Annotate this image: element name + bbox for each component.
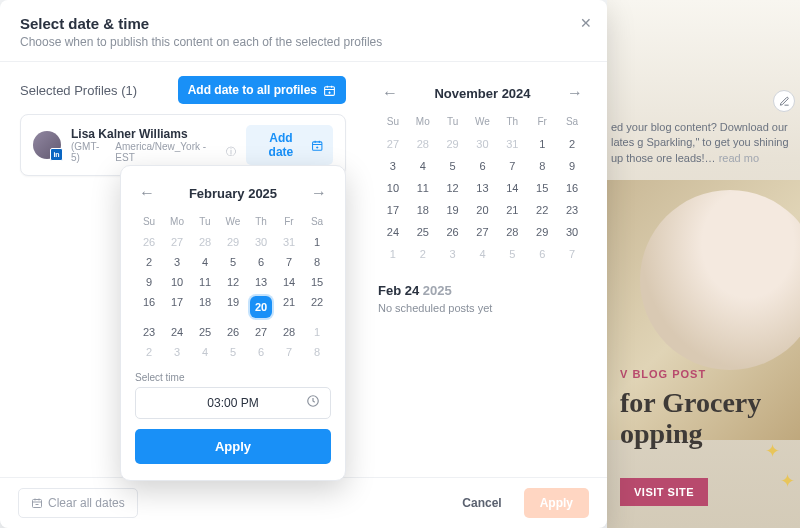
picker-day[interactable]: 10 [163,272,191,292]
calendar-day[interactable]: 16 [557,177,587,199]
calendar-day[interactable]: 11 [408,177,438,199]
picker-day[interactable]: 4 [191,342,219,362]
calendar-day[interactable]: 18 [408,199,438,221]
calendar-day[interactable]: 3 [438,243,468,265]
picker-day[interactable]: 20 [247,292,275,322]
info-icon[interactable]: ⓘ [226,145,236,159]
picker-day[interactable]: 24 [163,322,191,342]
calendar-day[interactable]: 28 [408,133,438,155]
picker-day[interactable]: 22 [303,292,331,322]
calendar-day[interactable]: 29 [438,133,468,155]
picker-day[interactable]: 28 [191,232,219,252]
picker-day[interactable]: 21 [275,292,303,322]
picker-day[interactable]: 9 [135,272,163,292]
picker-day[interactable]: 7 [275,342,303,362]
calendar-day[interactable]: 3 [378,155,408,177]
picker-day[interactable]: 30 [247,232,275,252]
calendar-day[interactable]: 6 [527,243,557,265]
calendar-day[interactable]: 10 [378,177,408,199]
calendar-day[interactable]: 12 [438,177,468,199]
picker-day[interactable]: 26 [219,322,247,342]
picker-day[interactable]: 4 [191,252,219,272]
picker-day[interactable]: 14 [275,272,303,292]
calendar-day[interactable]: 13 [468,177,498,199]
picker-next-month[interactable]: → [307,180,331,206]
picker-day[interactable]: 17 [163,292,191,322]
clear-all-dates-button[interactable]: Clear all dates [18,488,138,518]
cancel-button[interactable]: Cancel [448,488,515,518]
picker-day[interactable]: 28 [275,322,303,342]
picker-day[interactable]: 25 [191,322,219,342]
calendar-day[interactable]: 9 [557,155,587,177]
calendar-day[interactable]: 7 [557,243,587,265]
picker-day[interactable]: 8 [303,342,331,362]
close-icon[interactable]: ✕ [580,15,592,31]
visit-site-button[interactable]: VISIT SITE [620,478,708,506]
picker-calendar[interactable]: SuMoTuWeThFrSa 2627282930311234567891011… [135,216,331,362]
picker-day[interactable]: 7 [275,252,303,272]
calendar-day[interactable]: 31 [497,133,527,155]
picker-apply-button[interactable]: Apply [135,429,331,464]
picker-day[interactable]: 3 [163,342,191,362]
calendar-day[interactable]: 14 [497,177,527,199]
picker-day[interactable]: 27 [247,322,275,342]
calendar-day[interactable]: 23 [557,199,587,221]
calendar-day[interactable]: 17 [378,199,408,221]
picker-day[interactable]: 1 [303,322,331,342]
picker-day[interactable]: 27 [163,232,191,252]
picker-day[interactable]: 5 [219,342,247,362]
prev-month-button[interactable]: ← [378,80,402,106]
calendar-day[interactable]: 19 [438,199,468,221]
picker-day[interactable]: 1 [303,232,331,252]
add-date-all-button[interactable]: Add date to all profiles [178,76,346,104]
picker-day[interactable]: 15 [303,272,331,292]
calendar-day[interactable]: 7 [497,155,527,177]
time-input[interactable]: 03:00 PM [135,387,331,419]
picker-day[interactable]: 8 [303,252,331,272]
calendar-day[interactable]: 20 [468,199,498,221]
calendar-day[interactable]: 30 [468,133,498,155]
calendar-day[interactable]: 26 [438,221,468,243]
calendar-day[interactable]: 6 [468,155,498,177]
add-date-button[interactable]: Add date [246,125,333,165]
next-month-button[interactable]: → [563,80,587,106]
calendar-day[interactable]: 22 [527,199,557,221]
picker-day[interactable]: 11 [191,272,219,292]
calendar-day[interactable]: 28 [497,221,527,243]
calendar-day[interactable]: 15 [527,177,557,199]
picker-day[interactable]: 2 [135,342,163,362]
calendar-day[interactable]: 2 [408,243,438,265]
picker-day[interactable]: 19 [219,292,247,322]
edit-post-button[interactable] [773,90,795,112]
picker-prev-month[interactable]: ← [135,180,159,206]
calendar-day[interactable]: 8 [527,155,557,177]
calendar-day[interactable]: 1 [378,243,408,265]
schedule-calendar[interactable]: SuMoTuWeThFrSa 2728293031123456789101112… [378,116,587,265]
calendar-day[interactable]: 2 [557,133,587,155]
picker-day[interactable]: 23 [135,322,163,342]
picker-day[interactable]: 6 [247,252,275,272]
picker-day[interactable]: 29 [219,232,247,252]
calendar-day[interactable]: 24 [378,221,408,243]
calendar-day[interactable]: 29 [527,221,557,243]
picker-day[interactable]: 18 [191,292,219,322]
picker-day[interactable]: 2 [135,252,163,272]
calendar-day[interactable]: 27 [378,133,408,155]
picker-day[interactable]: 26 [135,232,163,252]
picker-day[interactable]: 5 [219,252,247,272]
calendar-day[interactable]: 5 [497,243,527,265]
calendar-day[interactable]: 25 [408,221,438,243]
calendar-day[interactable]: 4 [468,243,498,265]
picker-day[interactable]: 3 [163,252,191,272]
calendar-day[interactable]: 4 [408,155,438,177]
calendar-day[interactable]: 1 [527,133,557,155]
apply-button[interactable]: Apply [524,488,589,518]
calendar-day[interactable]: 30 [557,221,587,243]
picker-day[interactable]: 13 [247,272,275,292]
picker-day[interactable]: 12 [219,272,247,292]
picker-day[interactable]: 31 [275,232,303,252]
picker-day[interactable]: 16 [135,292,163,322]
calendar-day[interactable]: 27 [468,221,498,243]
picker-day[interactable]: 6 [247,342,275,362]
calendar-day[interactable]: 21 [497,199,527,221]
